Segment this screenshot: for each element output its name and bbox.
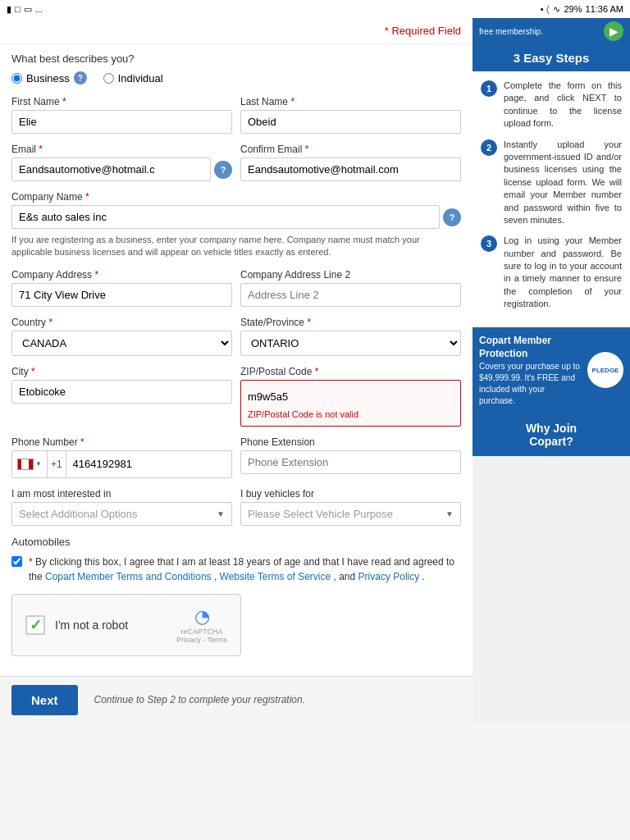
automobiles-label: Automobiles xyxy=(11,536,461,548)
phone-label: Phone Number * xyxy=(11,436,232,448)
phone-input-wrapper: ▼ +1 xyxy=(11,450,232,478)
name-row: First Name * Last Name * xyxy=(11,96,461,134)
recaptcha-checkbox[interactable]: ✓ xyxy=(25,615,45,635)
footer-bar: Next Continue to Step 2 to complete your… xyxy=(0,676,472,724)
easy-steps-section: 3 Easy Steps 1 Complete the form on this… xyxy=(472,44,630,327)
app-icon-2: □ xyxy=(15,4,21,14)
step-3-number: 3 xyxy=(481,235,497,252)
company-name-row: Company Name * ? If you are registering … xyxy=(11,191,461,259)
form-content: What best describes you? Business ? Indi… xyxy=(0,44,472,676)
recaptcha-left: ✓ I'm not a robot xyxy=(25,615,128,635)
last-name-input[interactable] xyxy=(240,110,461,134)
buy-vehicles-placeholder: Please Select Vehicle Purpose xyxy=(248,508,393,520)
city-input[interactable] xyxy=(11,380,232,404)
city-zip-row: City * ZIP/Postal Code * ZIP/Postal Code… xyxy=(11,366,461,427)
interested-in-group: I am most interested in Select Additiona… xyxy=(11,488,232,526)
email-row: Email * ? Confirm Email * xyxy=(11,144,461,181)
form-area: * Required Field What best describes you… xyxy=(0,18,472,724)
interested-chevron-icon: ▼ xyxy=(217,509,225,518)
confirm-email-label: Confirm Email * xyxy=(240,144,461,155)
pledge-icon: PLEDGE xyxy=(592,367,619,374)
promo-button[interactable]: ▶ xyxy=(604,21,623,41)
more-icon: ... xyxy=(35,4,43,14)
confirm-email-group: Confirm Email * xyxy=(240,144,461,181)
company-note: If you are registering as a business, en… xyxy=(11,234,461,259)
email-help-icon[interactable]: ? xyxy=(214,161,232,179)
phone-ext-group: Phone Extension xyxy=(240,436,461,478)
country-state-row: Country * CANADA State/Province * ONTARI… xyxy=(11,317,461,356)
state-province-select[interactable]: ONTARIO xyxy=(240,331,461,356)
company-address-input[interactable] xyxy=(11,283,232,307)
buy-vehicles-select[interactable]: Please Select Vehicle Purpose ▼ xyxy=(240,502,461,526)
step-2: 2 Instantly upload your government-issue… xyxy=(481,139,622,227)
website-terms-link[interactable]: Website Terms of Service xyxy=(220,571,331,582)
phone-number-input[interactable] xyxy=(66,453,231,475)
company-address-line2-group: Company Address Line 2 xyxy=(240,269,461,307)
why-join-text: Why JoinCopart? xyxy=(526,422,577,448)
describe-label: What best describes you? xyxy=(11,52,461,65)
zip-input[interactable] xyxy=(248,387,454,406)
status-left-icons: ▮ □ ▭ ... xyxy=(7,4,43,15)
battery-percent: 29% xyxy=(564,4,582,14)
first-name-input[interactable] xyxy=(11,110,232,134)
individual-option[interactable]: Individual xyxy=(103,72,163,84)
main-container: * Required Field What best describes you… xyxy=(0,18,630,724)
interested-in-placeholder: Select Additional Options xyxy=(19,508,138,520)
promo-strip: free membership. ▶ xyxy=(472,18,630,44)
interested-in-label: I am most interested in xyxy=(11,488,232,500)
recaptcha-brand: reCAPTCHA xyxy=(176,628,227,636)
mute-icon: 〈 xyxy=(546,4,550,15)
country-label: Country * xyxy=(11,317,232,328)
recaptcha-right: ◔ reCAPTCHA Privacy - Terms xyxy=(176,606,227,644)
business-radio[interactable] xyxy=(11,73,22,84)
phone-prefix: +1 xyxy=(48,451,66,477)
company-name-input[interactable] xyxy=(11,205,440,229)
confirm-email-input[interactable] xyxy=(240,158,461,181)
company-address-line2-input[interactable] xyxy=(240,283,461,307)
state-province-label: State/Province * xyxy=(240,317,461,328)
business-help-icon[interactable]: ? xyxy=(74,71,87,84)
terms-checkbox[interactable] xyxy=(11,556,22,567)
business-individual-group: Business ? Individual xyxy=(11,71,461,84)
member-protection-title: Copart Member Protection xyxy=(479,334,582,362)
zip-error-container: ZIP/Postal Code is not valid xyxy=(240,380,461,427)
privacy-link[interactable]: Privacy Policy xyxy=(358,571,420,582)
phone-flag[interactable]: ▼ xyxy=(12,451,48,477)
first-name-label: First Name * xyxy=(11,96,232,107)
app-icon-1: ▮ xyxy=(7,4,11,15)
interested-in-select[interactable]: Select Additional Options ▼ xyxy=(11,502,232,526)
recaptcha-box[interactable]: ✓ I'm not a robot ◔ reCAPTCHA Privacy - … xyxy=(11,594,241,656)
app-icon-3: ▭ xyxy=(24,4,32,15)
company-help-icon[interactable]: ? xyxy=(443,208,461,226)
why-join-section[interactable]: Why JoinCopart? xyxy=(472,413,630,456)
phone-ext-input[interactable] xyxy=(240,450,461,474)
step-3: 3 Log in using your Member number and pa… xyxy=(481,235,622,310)
canada-flag-icon xyxy=(17,459,34,470)
individual-label: Individual xyxy=(118,72,163,84)
buy-vehicles-chevron-icon: ▼ xyxy=(445,509,454,518)
country-select[interactable]: CANADA xyxy=(11,331,232,356)
step-1: 1 Complete the form on this page, and cl… xyxy=(481,80,622,130)
country-group: Country * CANADA xyxy=(11,317,232,356)
recaptcha-privacy-links[interactable]: Privacy - Terms xyxy=(176,636,227,644)
step-2-text: Instantly upload your government-issued … xyxy=(504,139,622,227)
next-button[interactable]: Next xyxy=(11,685,78,715)
company-address-row: Company Address * Company Address Line 2 xyxy=(11,269,461,307)
business-label: Business xyxy=(26,72,70,84)
business-option[interactable]: Business ? xyxy=(11,71,87,84)
status-right-icons: • 〈 ∿ 29% 11:36 AM xyxy=(541,4,623,15)
email-input[interactable] xyxy=(11,158,211,181)
promo-text: free membership. xyxy=(479,27,543,36)
step-1-text: Complete the form on this page, and clic… xyxy=(504,80,622,130)
wifi-icon: ∿ xyxy=(553,4,560,15)
individual-radio[interactable] xyxy=(103,73,114,84)
last-name-label: Last Name * xyxy=(240,96,461,107)
step-2-number: 2 xyxy=(481,139,497,156)
recaptcha-logo-icon: ◔ xyxy=(176,606,227,628)
terms-link[interactable]: Copart Member Terms and Conditions xyxy=(45,571,212,582)
recaptcha-checkmark-icon: ✓ xyxy=(30,616,42,634)
email-group: Email * ? xyxy=(11,144,232,181)
company-name-input-wrapper: ? xyxy=(11,205,461,229)
zip-error-message: ZIP/Postal Code is not valid xyxy=(248,409,454,419)
company-address-group: Company Address * xyxy=(11,269,232,307)
